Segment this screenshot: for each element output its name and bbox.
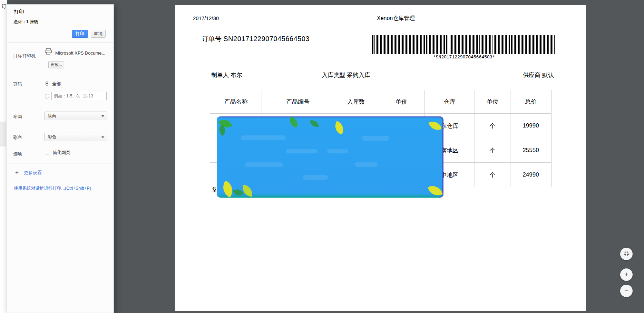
cell-total-price: 24990 [510, 163, 552, 187]
col-warehouse: 仓库 [425, 90, 475, 114]
cancel-button[interactable]: 取消 [91, 30, 106, 38]
leaf-icon [310, 119, 319, 128]
cell-unit: 个 [475, 163, 510, 187]
background-page-sliver: 订 [0, 0, 7, 313]
col-unit: 单位 [475, 90, 510, 114]
print-dialog-title: 打印 [14, 9, 24, 15]
layout-dropdown[interactable]: 纵向 [45, 112, 107, 120]
cell-total-price: 25550 [510, 138, 552, 163]
destination-label: 目标打印机 [13, 53, 36, 59]
leaf-icon [429, 119, 442, 132]
fit-to-page-button[interactable] [620, 248, 633, 260]
layout-value: 纵向 [48, 113, 56, 118]
document-date: 2017/12/30 [193, 15, 219, 21]
options-label: 选项 [13, 151, 22, 157]
color-label: 彩色 [13, 134, 22, 141]
simplify-page-checkbox[interactable] [45, 150, 49, 154]
more-settings-link[interactable]: 更多设置 [24, 170, 42, 176]
leaf-icon [242, 185, 254, 197]
destination-printer-name: Microsoft XPS Docume... [55, 50, 105, 56]
print-total-sheets: 总计：1 张纸 [14, 19, 38, 25]
color-value: 彩色 [48, 134, 56, 139]
order-number-line: 订单号 SN2017122907045664503 [202, 35, 310, 44]
pages-label: 页码 [13, 81, 22, 87]
leaf-icon [219, 180, 236, 197]
plus-icon: + [15, 169, 19, 176]
color-dropdown[interactable]: 彩色 [45, 133, 107, 141]
pages-all-radio[interactable] [45, 81, 49, 86]
zoom-in-button[interactable]: + [620, 268, 633, 281]
leaf-icon [233, 187, 244, 198]
document-app-title: Xenon仓库管理 [377, 15, 415, 22]
cell-unit: 个 [475, 114, 510, 138]
print-dialog: 打印 总计：1 张纸 打印 取消 目标打印机 Microsoft XPS Doc… [7, 4, 114, 313]
layout-label: 布局 [13, 114, 22, 120]
fit-to-page-icon [624, 251, 629, 256]
leaf-icon [428, 183, 443, 198]
chevron-down-icon [101, 115, 104, 117]
cell-total-price: 19990 [510, 114, 552, 138]
system-dialog-print-link[interactable]: 使用系统对话框进行打印...(Ctrl+Shift+P) [14, 186, 91, 191]
leaf-icon [332, 121, 346, 135]
creator-field: 制单人 布尔 [211, 71, 242, 79]
background-page-section [0, 122, 6, 146]
col-product-code: 产品编号 [262, 90, 334, 114]
leaf-icon [288, 117, 299, 128]
zoom-out-button[interactable]: − [620, 285, 633, 297]
entry-type-field: 入库类型 采购入库 [322, 71, 370, 79]
print-preview-page: 2017/12/30 Xenon仓库管理 订单号 SN2017122907045… [175, 5, 586, 311]
chevron-down-icon [101, 136, 104, 138]
loading-overlay [217, 116, 443, 198]
change-printer-button[interactable]: 更改... [48, 61, 64, 68]
order-number-label: 订单号 [202, 35, 222, 42]
pages-range-input[interactable] [51, 92, 107, 100]
table-header-row: 产品名称 产品编号 入库数 单价 仓库 单位 总价 [210, 90, 552, 114]
col-unit-price: 单价 [378, 90, 425, 114]
printer-icon [45, 48, 52, 55]
background-page-text: 订 [2, 3, 7, 10]
col-quantity: 入库数 [334, 90, 378, 114]
cell-unit: 个 [475, 138, 510, 163]
pages-all-label: 全部 [52, 81, 61, 87]
simplify-page-label: 简化网页 [52, 150, 70, 156]
order-number-value: SN2017122907045664503 [223, 35, 310, 42]
pages-range-radio[interactable] [45, 94, 49, 98]
supplier-field: 供应商 默认 [523, 71, 554, 79]
barcode [372, 35, 556, 54]
col-total-price: 总价 [510, 90, 552, 114]
print-button[interactable]: 打印 [72, 30, 88, 38]
col-product-name: 产品名称 [210, 90, 262, 114]
barcode-caption: *SN2017122907045664503* [372, 55, 556, 60]
